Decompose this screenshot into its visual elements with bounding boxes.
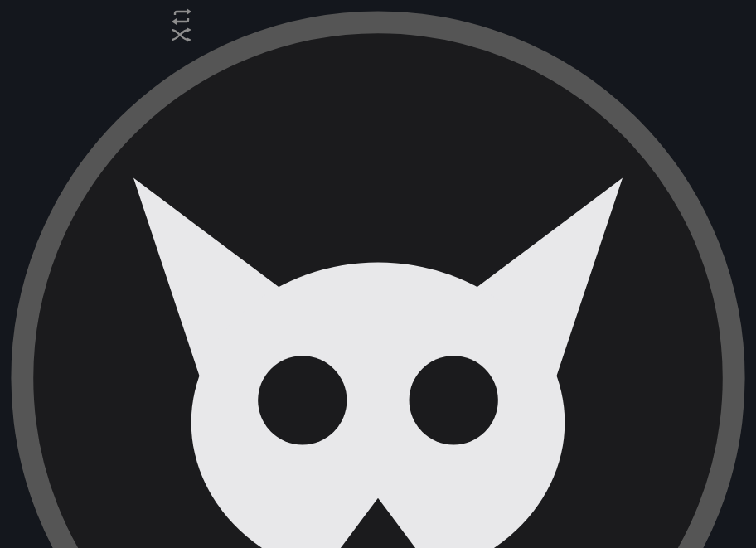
app-icon <box>0 0 756 548</box>
repeat-icon[interactable] <box>172 8 191 25</box>
shuffle-icon[interactable] <box>172 27 191 42</box>
app-window: Henry Mancini - The Pink Panther Theme <box>0 0 756 548</box>
title-bar[interactable]: Henry Mancini - The Pink Panther Theme <box>0 0 756 548</box>
